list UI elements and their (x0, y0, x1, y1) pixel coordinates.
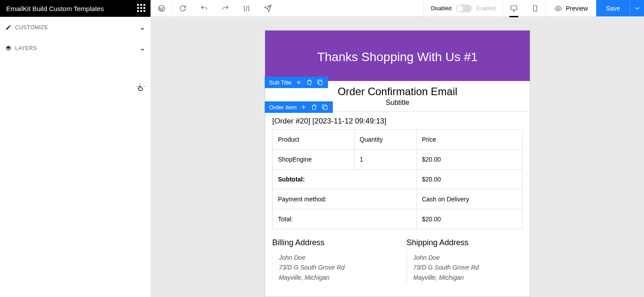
pencil-icon (5, 24, 12, 31)
billing-title: Billing Address (272, 238, 389, 247)
cell-product: ShopEngine (273, 150, 355, 170)
addresses: Billing Address John Doe 73/D G South Gr… (265, 229, 530, 282)
trash-icon[interactable] (311, 104, 318, 111)
cursor-icon (136, 82, 146, 94)
shipping-address[interactable]: Shipping Address John Doe 73/D G South G… (406, 238, 523, 282)
svg-rect-1 (511, 6, 517, 10)
summary-label: Subtotal: (273, 170, 416, 189)
th-quantity: Quantity (354, 130, 416, 150)
panel-layers[interactable]: LAYERS ⌄ (0, 38, 150, 58)
addr-line: Mayville, Michigan (279, 273, 389, 282)
summary-value: $20.00 (416, 170, 523, 189)
summary-label: Total: (273, 209, 416, 229)
element-chip-subtitle: Sub Title (265, 77, 328, 88)
order-meta[interactable]: [Order #20] [2023-11-12 09:49:13] (265, 117, 530, 129)
summary-value: Cash on Delivery (416, 189, 523, 209)
toggle-enabled-label: Enabled (476, 5, 496, 12)
table-summary-row: Total: $20.00 (273, 209, 523, 229)
send-button[interactable] (257, 0, 278, 17)
billing-address[interactable]: Billing Address John Doe 73/D G South Gr… (272, 238, 389, 282)
enable-toggle[interactable] (456, 4, 472, 12)
refresh-icon (179, 4, 187, 12)
panel-layers-label: LAYERS (15, 45, 37, 51)
layers-icon (5, 45, 12, 51)
undo-icon (200, 4, 208, 12)
chevron-down-icon (633, 4, 641, 12)
email-body: Order Confirmation Email Subtitle [Order… (265, 85, 530, 289)
save-button[interactable]: Save (596, 0, 630, 16)
shipping-lines: John Doe 73/D G South Grove Rd Mayville,… (407, 253, 523, 282)
duplicate-icon[interactable] (316, 79, 324, 86)
topbar: Disabled Enabled Preview (151, 0, 644, 17)
billing-lines: John Doe 73/D G South Grove Rd Mayville,… (272, 253, 389, 282)
mobile-icon (531, 4, 539, 12)
svg-rect-4 (319, 81, 322, 85)
undo-button[interactable] (193, 0, 215, 17)
summary-value: $20.00 (416, 209, 523, 229)
toggle-disabled-label: Disabled (431, 5, 452, 12)
chip-label: Sub Title (269, 79, 292, 86)
th-product: Product (273, 130, 355, 150)
redo-icon (221, 4, 229, 12)
mobile-view-button[interactable] (524, 0, 546, 17)
duplicate-icon[interactable] (321, 104, 328, 111)
email-frame[interactable]: Thanks Shopping With Us #1 Sub Title Ord… (265, 30, 530, 297)
shortcode-button[interactable] (236, 0, 257, 17)
chevron-down-icon: ⌄ (139, 44, 145, 52)
preview-label: Preview (566, 5, 588, 12)
refresh-button[interactable] (172, 0, 193, 17)
desktop-icon (510, 4, 518, 12)
wordpress-icon (158, 4, 166, 12)
add-icon[interactable] (300, 104, 307, 111)
add-icon[interactable] (295, 79, 302, 86)
addr-line: John Doe (413, 253, 523, 262)
svg-point-3 (557, 7, 559, 9)
brackets-icon (243, 4, 251, 12)
trash-icon[interactable] (306, 79, 313, 86)
summary-label: Payment method: (273, 189, 416, 209)
panel-customize-label: CUSTOMIZE (15, 24, 48, 31)
svg-rect-5 (324, 106, 327, 109)
app-title: EmailKit Build Custom Templates (6, 5, 104, 12)
desktop-view-button[interactable] (503, 0, 524, 17)
save-label: Save (606, 5, 620, 12)
apps-grid-icon[interactable] (137, 4, 146, 13)
panel-customize[interactable]: CUSTOMIZE ⌄ (0, 17, 150, 38)
table-summary-row: Subtotal: $20.00 (273, 170, 523, 189)
table-row: ShopEngine 1 $20.00 (273, 150, 523, 170)
table-summary-row: Payment method: Cash on Delivery (273, 189, 523, 209)
wordpress-button[interactable] (151, 0, 172, 17)
sidebar: EmailKit Build Custom Templates CUSTOMIZ… (0, 0, 151, 297)
email-hero[interactable]: Thanks Shopping With Us #1 (265, 31, 530, 83)
save-dropdown-button[interactable] (630, 0, 644, 16)
element-chip-orderitem: Order Item (265, 101, 333, 113)
addr-line: 73/D G South Grove Rd (413, 262, 523, 272)
device-group (503, 0, 546, 16)
enable-toggle-group: Disabled Enabled (424, 0, 503, 16)
addr-line: Mayville, Michigan (413, 273, 523, 282)
preview-button[interactable]: Preview (546, 0, 596, 16)
main: Disabled Enabled Preview (151, 0, 644, 297)
order-table[interactable]: Product Quantity Price ShopEngine 1 $20.… (272, 129, 523, 229)
redo-button[interactable] (215, 0, 236, 17)
shipping-title: Shipping Address (407, 238, 523, 247)
canvas[interactable]: Thanks Shopping With Us #1 Sub Title Ord… (151, 17, 644, 297)
send-icon (264, 4, 272, 12)
table-header-row: Product Quantity Price (273, 130, 523, 150)
addr-line: John Doe (279, 253, 389, 262)
eye-icon (554, 4, 562, 12)
sidebar-header: EmailKit Build Custom Templates (0, 0, 150, 17)
cell-price: $20.00 (416, 150, 523, 170)
th-price: Price (416, 130, 523, 150)
chip-label: Order Item (269, 104, 297, 111)
addr-line: 73/D G South Grove Rd (279, 262, 389, 272)
cell-quantity: 1 (354, 150, 416, 170)
chevron-down-icon: ⌄ (139, 23, 145, 31)
